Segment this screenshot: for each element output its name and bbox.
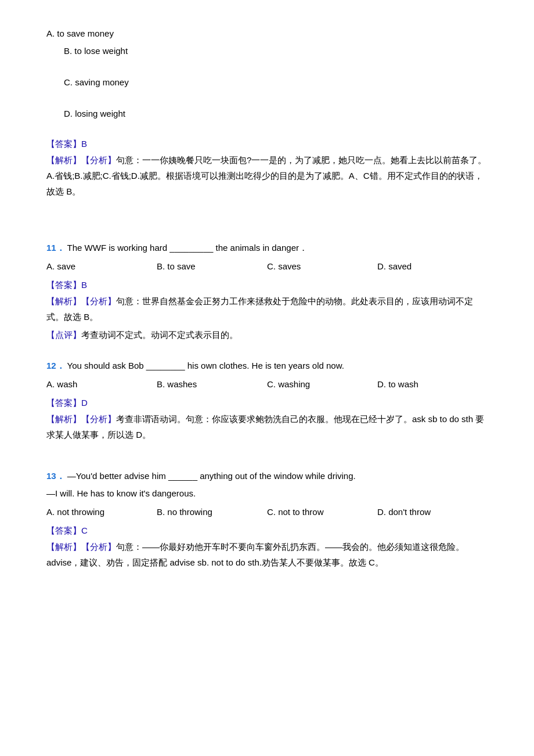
q11-option-c: C. saves: [267, 260, 377, 273]
q11-answer-label: 【答案】: [46, 280, 81, 290]
q11-analysis-prefix-1: 【解析】【分析】: [46, 296, 116, 306]
q12-option-a: A. wash: [46, 377, 157, 391]
option-c-top-text: C. saving money: [64, 77, 129, 87]
q11-question: 11． The WWF is working hard _________ th…: [46, 241, 488, 255]
q12-answer-row: 【答案】D: [46, 396, 488, 410]
q12-answer-label: 【答案】: [46, 398, 81, 408]
q13-analysis-prefix-1: 【解析】【分析】: [46, 542, 116, 552]
q11-analysis-1: 【解析】【分析】句意：世界自然基金会正努力工作来拯救处于危险中的动物。此处表示目…: [46, 293, 488, 325]
q11-analysis-prefix-2: 【点评】: [46, 330, 81, 340]
q12-option-c: C. washing: [267, 377, 377, 391]
q13-question-line1: 13． —You'd better advise him ______ anyt…: [46, 469, 488, 483]
q11-option-b: B. to save: [157, 260, 267, 273]
q13-option-b: B. no throwing: [157, 505, 267, 519]
q13-analysis-1: 【解析】【分析】句意：——你最好劝他开车时不要向车窗外乱扔东西。——我会的。他必…: [46, 539, 488, 570]
answer-label-top: 【答案】: [46, 139, 81, 149]
q13-answer-value: C: [81, 525, 88, 535]
q12-analysis-1: 【解析】【分析】考查非谓语动词。句意：你应该要求鲍勃洗自己的衣服。他现在已经十岁…: [46, 411, 488, 442]
q13-answer-row: 【答案】C: [46, 524, 488, 538]
question-13-section: 13． —You'd better advise him ______ anyt…: [46, 469, 488, 570]
analysis-top: 【解析】【分析】句意：一一你姨晚餐只吃一块面包?一一是的，为了减肥，她只吃一点。…: [46, 152, 488, 199]
q12-option-b: B. washes: [157, 377, 267, 391]
q11-option-a: A. save: [46, 260, 157, 273]
answer-value-top: B: [81, 139, 87, 149]
option-c-top: C. saving money: [46, 75, 488, 89]
analysis-prefix-top: 【分析】: [81, 155, 116, 165]
q11-analysis-2: 【点评】考查动词不定式。动词不定式表示目的。: [46, 327, 488, 343]
option-a-top-text: A. to save money: [46, 28, 114, 38]
q13-option-a: A. not throwing: [46, 505, 157, 519]
question-12-section: 12． You should ask Bob ________ his own …: [46, 359, 488, 442]
option-d-top: D. losing weight: [46, 107, 488, 121]
analysis-label-top: 【解析】: [46, 155, 81, 165]
option-d-top-text: D. losing weight: [64, 109, 125, 118]
q12-option-d: D. to wash: [377, 377, 488, 391]
q13-number: 13．: [46, 471, 65, 481]
option-b-top-text: B. to lose weight: [64, 46, 128, 56]
option-b-top: B. to lose weight: [46, 44, 488, 58]
q12-answer-value: D: [81, 398, 88, 408]
q11-option-d: D. saved: [377, 260, 488, 273]
question-11-section: 11． The WWF is working hard _________ th…: [46, 241, 488, 343]
answer-row-top: 【答案】B: [46, 137, 488, 151]
q11-text: The WWF is working hard _________ the an…: [67, 243, 308, 253]
q13-option-d: D. don't throw: [377, 505, 488, 519]
q12-text: You should ask Bob ________ his own clot…: [67, 361, 344, 370]
q11-options: A. save B. to save C. saves D. saved: [46, 260, 488, 273]
q12-analysis-prefix-1: 【解析】【分析】: [46, 414, 116, 424]
q13-question-line2: —I will. He has to know it's dangerous.: [46, 487, 488, 501]
q12-options: A. wash B. washes C. washing D. to wash: [46, 377, 488, 391]
q13-text-line1: —You'd better advise him ______ anything…: [67, 471, 356, 481]
top-options-section: A. to save money B. to lose weight C. sa…: [46, 27, 488, 199]
q13-text-line2: —I will. He has to know it's dangerous.: [46, 488, 196, 498]
q12-number: 12．: [46, 361, 65, 370]
q11-answer-value: B: [81, 280, 87, 290]
q11-answer-row: 【答案】B: [46, 278, 488, 292]
q11-analysis-text-2: 考查动词不定式。动词不定式表示目的。: [81, 330, 238, 340]
q11-number: 11．: [46, 243, 65, 253]
option-a-top: A. to save money: [46, 27, 488, 41]
q13-option-c: C. not to throw: [267, 505, 377, 519]
q12-question: 12． You should ask Bob ________ his own …: [46, 359, 488, 373]
q13-options: A. not throwing B. no throwing C. not to…: [46, 505, 488, 519]
q13-answer-label: 【答案】: [46, 525, 81, 535]
